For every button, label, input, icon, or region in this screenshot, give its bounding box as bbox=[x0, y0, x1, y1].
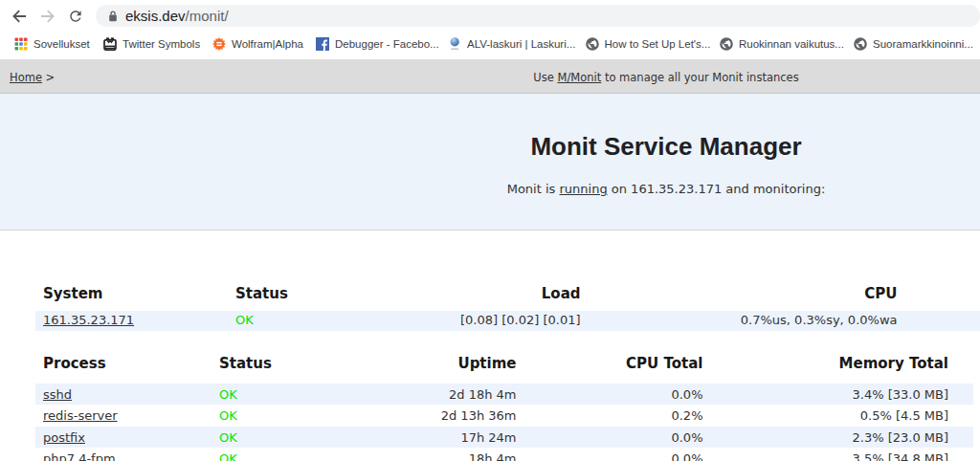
globe-favicon bbox=[854, 37, 867, 51]
bookmark-item[interactable]: Sovellukset bbox=[14, 32, 90, 56]
monitoring-line-post: on 161.35.23.171 and monitoring: bbox=[608, 182, 826, 196]
lock-icon bbox=[108, 11, 118, 22]
bookmark-label: Debugger - Facebo... bbox=[335, 38, 439, 50]
reload-icon bbox=[68, 8, 84, 24]
bookmark-label: Twitter Symbols bbox=[122, 38, 200, 50]
process-status: OK bbox=[212, 405, 298, 427]
bookmark-label: Wolfram|Alpha bbox=[232, 38, 303, 50]
bookmark-label: Suoramarkkinoinni... bbox=[873, 38, 973, 50]
col-cpu-total: CPU Total bbox=[522, 346, 708, 384]
process-cpu: 0.0% bbox=[522, 383, 708, 405]
process-cpu: 0.0% bbox=[522, 426, 708, 448]
back-arrow-icon bbox=[11, 8, 28, 25]
mmonit-link[interactable]: M/Monit bbox=[557, 71, 601, 84]
apps-grid-icon bbox=[14, 37, 28, 51]
twitter-symbols-favicon bbox=[103, 37, 117, 51]
bookmark-item[interactable]: How to Set Up Let's... bbox=[586, 32, 711, 56]
mmonit-banner-pre: Use bbox=[533, 71, 557, 84]
process-memory: 3.5% [34.8 MB] bbox=[708, 448, 974, 461]
monitoring-line: Monit is running on 161.35.23.171 and mo… bbox=[0, 182, 980, 196]
col-status: Status bbox=[212, 346, 298, 384]
globe-favicon bbox=[720, 37, 733, 51]
col-cpu: CPU bbox=[586, 276, 902, 311]
bookmark-label: Ruokinnan vaikutus... bbox=[739, 38, 844, 50]
system-row: 161.35.23.171 OK [0.08] [0.02] [0.01] 0.… bbox=[35, 311, 980, 331]
system-table: System Status Load CPU 161.35.23.171 OK … bbox=[35, 276, 980, 331]
process-cpu: 0.0% bbox=[522, 448, 708, 461]
bookmark-item[interactable]: Twitter Symbols bbox=[103, 32, 200, 56]
system-cpu: 0.7%us, 0.3%sy, 0.0%wa bbox=[586, 311, 902, 331]
bookmark-label: ALV-laskuri | Laskuri... bbox=[467, 38, 575, 50]
url-text: eksis.dev/monit/ bbox=[125, 5, 229, 27]
process-link[interactable]: sshd bbox=[43, 387, 72, 402]
col-process: Process bbox=[35, 346, 212, 384]
twitter-symbols-favicon bbox=[103, 37, 117, 51]
mmonit-banner-post: to manage all your Monit instances bbox=[601, 71, 798, 84]
globe-favicon bbox=[854, 37, 867, 51]
process-table: Process Status Uptime CPU Total Memory T… bbox=[35, 346, 973, 461]
process-link[interactable]: php7.4-fpm bbox=[43, 451, 116, 461]
globe-favicon bbox=[586, 37, 599, 51]
system-status: OK bbox=[228, 311, 298, 331]
alv-laskuri-favicon bbox=[448, 37, 461, 51]
facebook-favicon bbox=[316, 37, 329, 51]
process-row: sshd OK 2d 18h 4m 0.0% 3.4% [33.0 MB] bbox=[35, 383, 973, 405]
bookmark-item[interactable]: ALV-laskuri | Laskuri... bbox=[448, 32, 575, 56]
mmonit-banner: Use M/Monit to manage all your Monit ins… bbox=[0, 59, 980, 93]
process-uptime: 2d 18h 4m bbox=[298, 383, 522, 405]
breadcrumb-bar: Home > Use M/Monit to manage all your Mo… bbox=[0, 59, 980, 94]
globe-favicon bbox=[586, 37, 599, 51]
col-status: Status bbox=[228, 276, 298, 311]
monit-page: Home > Use M/Monit to manage all your Mo… bbox=[0, 59, 980, 461]
bookmark-item[interactable]: Ruokinnan vaikutus... bbox=[720, 32, 844, 56]
reload-button[interactable] bbox=[59, 0, 92, 32]
alv-laskuri-favicon bbox=[448, 37, 461, 51]
process-memory: 2.3% [23.0 MB] bbox=[708, 426, 974, 448]
bookmark-item[interactable]: Suoramarkkinoinni... bbox=[854, 32, 973, 56]
col-uptime: Uptime bbox=[298, 346, 522, 384]
wolfram-alpha-favicon bbox=[212, 37, 226, 51]
process-header-row: Process Status Uptime CPU Total Memory T… bbox=[35, 346, 973, 384]
bookmark-item[interactable]: Wolfram|Alpha bbox=[212, 32, 303, 56]
url-domain: eksis.dev bbox=[125, 8, 186, 24]
process-memory: 0.5% [4.5 MB] bbox=[708, 405, 974, 427]
running-link[interactable]: running bbox=[559, 182, 607, 196]
process-uptime: 2d 13h 36m bbox=[298, 405, 522, 427]
facebook-favicon bbox=[316, 37, 329, 51]
back-button[interactable] bbox=[3, 0, 35, 32]
process-status: OK bbox=[212, 383, 298, 405]
system-load: [0.08] [0.02] [0.01] bbox=[298, 311, 586, 331]
process-status: OK bbox=[212, 426, 298, 448]
col-system: System bbox=[35, 276, 228, 311]
url-path: /monit/ bbox=[186, 8, 229, 24]
process-uptime: 18h 4m bbox=[298, 448, 522, 461]
address-bar[interactable]: eksis.dev/monit/ bbox=[96, 5, 980, 27]
col-load: Load bbox=[298, 276, 586, 311]
process-link[interactable]: redis-server bbox=[43, 408, 118, 423]
process-link[interactable]: postfix bbox=[43, 430, 85, 445]
monitoring-line-pre: Monit is bbox=[507, 182, 560, 196]
bookmarks-bar: SovelluksetTwitter SymbolsWolfram|AlphaD… bbox=[0, 32, 980, 59]
system-host-link[interactable]: 161.35.23.171 bbox=[43, 313, 134, 327]
system-header-row: System Status Load CPU bbox=[35, 276, 980, 311]
process-uptime: 17h 24m bbox=[298, 426, 522, 448]
apps-grid-icon bbox=[14, 37, 28, 51]
hero-header: Monit Service Manager Monit is running o… bbox=[0, 94, 980, 230]
process-row: redis-server OK 2d 13h 36m 0.2% 0.5% [4.… bbox=[35, 405, 973, 427]
bookmark-item[interactable]: Debugger - Facebo... bbox=[316, 32, 439, 56]
process-status: OK bbox=[212, 448, 298, 461]
bookmark-label: How to Set Up Let's... bbox=[605, 38, 711, 50]
col-memory-total: Memory Total bbox=[708, 346, 974, 384]
bookmark-label: Sovellukset bbox=[33, 38, 90, 50]
process-row: postfix OK 17h 24m 0.0% 2.3% [23.0 MB] bbox=[35, 426, 973, 448]
browser-toolbar: eksis.dev/monit/ bbox=[0, 0, 980, 32]
globe-favicon bbox=[720, 37, 733, 51]
page-title: Monit Service Manager bbox=[0, 94, 980, 159]
wolfram-alpha-favicon bbox=[212, 37, 226, 51]
process-cpu: 0.2% bbox=[522, 405, 708, 427]
process-memory: 3.4% [33.0 MB] bbox=[708, 383, 974, 405]
forward-arrow-icon bbox=[39, 8, 56, 25]
process-row: php7.4-fpm OK 18h 4m 0.0% 3.5% [34.8 MB] bbox=[35, 448, 973, 461]
